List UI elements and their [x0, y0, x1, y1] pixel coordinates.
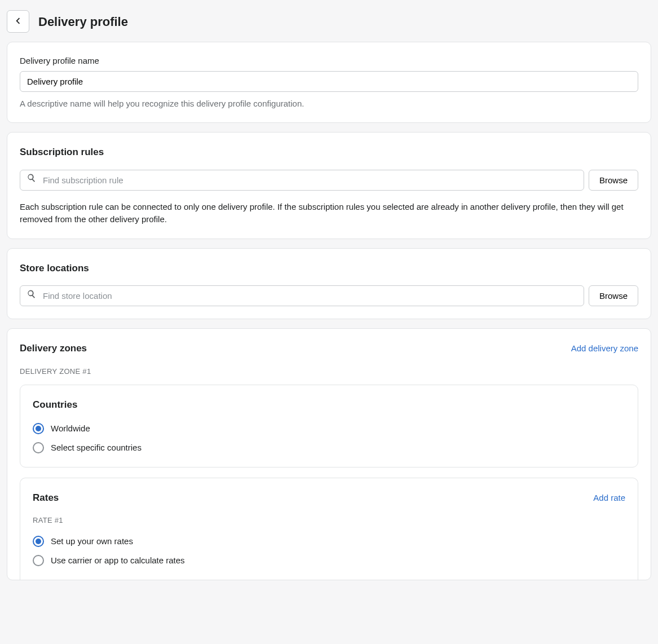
rate-radio-carrier[interactable]: Use carrier or app to calculate rates [33, 554, 625, 567]
countries-radio-specific[interactable]: Select specific countries [33, 442, 625, 455]
radio-label: Select specific countries [51, 442, 142, 455]
subscription-browse-button[interactable]: Browse [589, 170, 638, 191]
subscription-search-input[interactable] [20, 170, 584, 191]
locations-card: Store locations Browse [7, 248, 651, 320]
countries-radio-group: Worldwide Select specific countries [33, 422, 625, 455]
name-label: Delivery profile name [20, 55, 638, 68]
radio-icon [33, 536, 44, 547]
page-header: Delivery profile [7, 7, 651, 42]
name-input[interactable] [20, 71, 638, 92]
zone-heading: DELIVERY ZONE #1 [20, 366, 638, 377]
radio-label: Set up your own rates [51, 535, 133, 548]
rate-heading: RATE #1 [33, 515, 625, 526]
countries-subcard: Countries Worldwide Select specific coun… [20, 385, 638, 467]
zones-card: Delivery zones Add delivery zone DELIVER… [7, 328, 651, 580]
page-title: Delivery profile [38, 12, 128, 31]
rates-subcard: Rates Add rate RATE #1 Set up your own r… [20, 478, 638, 580]
locations-title: Store locations [20, 261, 638, 276]
countries-title: Countries [33, 398, 625, 412]
add-zone-button[interactable]: Add delivery zone [571, 343, 638, 353]
subscription-note: Each subscription rule can be connected … [20, 201, 638, 226]
subscription-card: Subscription rules Browse Each subscript… [7, 132, 651, 239]
rate-radio-own[interactable]: Set up your own rates [33, 535, 625, 548]
name-helper: A descriptive name will help you recogni… [20, 98, 638, 111]
radio-icon [33, 423, 44, 434]
radio-icon [33, 555, 44, 566]
rates-title: Rates [33, 491, 59, 505]
zones-title: Delivery zones [20, 341, 87, 356]
countries-radio-worldwide[interactable]: Worldwide [33, 422, 625, 435]
locations-browse-button[interactable]: Browse [589, 285, 638, 306]
locations-search-input[interactable] [20, 285, 584, 306]
radio-label: Use carrier or app to calculate rates [51, 554, 185, 567]
back-button[interactable] [7, 10, 29, 33]
add-rate-button[interactable]: Add rate [593, 493, 625, 502]
radio-label: Worldwide [51, 422, 90, 435]
arrow-left-icon [13, 16, 23, 28]
rates-radio-group: Set up your own rates Use carrier or app… [33, 535, 625, 567]
name-card: Delivery profile name A descriptive name… [7, 42, 651, 123]
subscription-title: Subscription rules [20, 145, 638, 160]
radio-icon [33, 442, 44, 453]
